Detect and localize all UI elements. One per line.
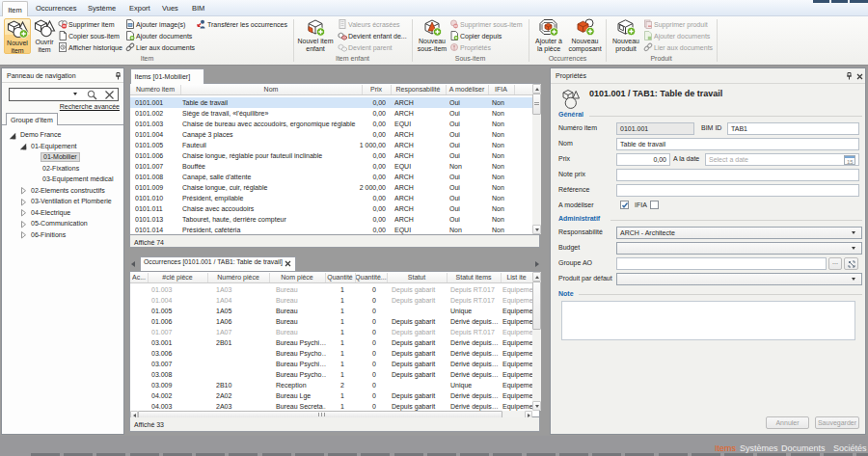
- svg-text:15: 15: [847, 159, 854, 165]
